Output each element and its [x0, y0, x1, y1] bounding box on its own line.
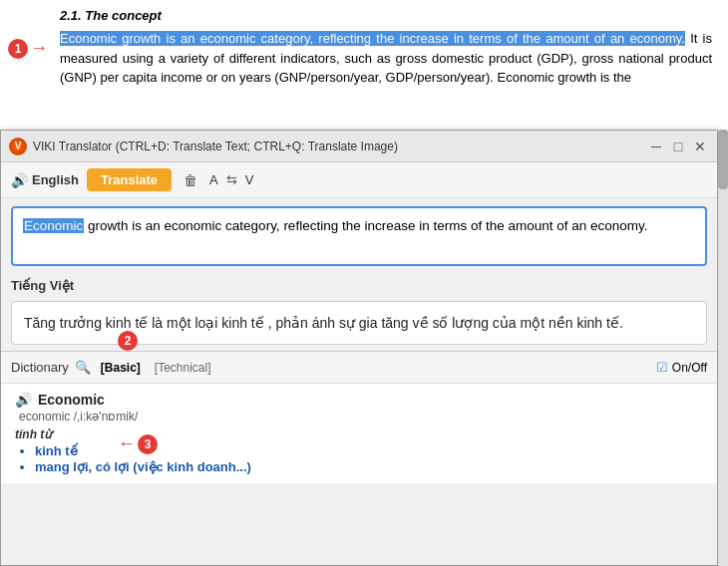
annotation-3: ← 3: [118, 433, 158, 454]
document-title: 2.1. The concept: [60, 8, 712, 23]
dict-headword: Economic: [38, 392, 105, 408]
dict-tab-technical[interactable]: [Technical]: [151, 359, 215, 377]
document-text: Economic growth is an economic category,…: [60, 29, 712, 88]
title-bar: V VIKI Translator (CTRL+D: Translate Tex…: [1, 131, 717, 162]
dictionary-search-icon[interactable]: 🔍: [75, 360, 91, 375]
dict-phonetic: economic /,i:kə'nɒmik/: [19, 410, 703, 424]
dictionary-content: 🔊 Economic economic /,i:kə'nɒmik/ tính t…: [1, 384, 717, 483]
onoff-checkbox-icon[interactable]: ☑: [656, 360, 668, 375]
annotation-number-2: 2: [118, 331, 138, 351]
scrollbar[interactable]: [718, 130, 728, 566]
arrow-left-3: ←: [118, 433, 136, 454]
source-text-box[interactable]: Economic growth is an economic category,…: [11, 206, 707, 266]
source-word-highlighted: Economic: [23, 218, 84, 233]
swap-label: A: [209, 172, 218, 187]
dictionary-label: Dictionary: [11, 360, 69, 375]
dict-word-row: 🔊 Economic: [15, 392, 703, 408]
swap-v-label: V: [245, 172, 254, 187]
target-language-label: Tiếng Việt: [1, 274, 717, 297]
translation-box: Tăng trưởng kinh tế là một loại kinh tế …: [11, 301, 707, 345]
title-bar-left: V VIKI Translator (CTRL+D: Translate Tex…: [9, 138, 398, 155]
annotation-2: 2: [118, 331, 138, 351]
delete-button[interactable]: 🗑: [180, 170, 201, 190]
viki-logo-icon: V: [9, 138, 27, 155]
close-button[interactable]: ✕: [691, 138, 709, 155]
scrollbar-thumb[interactable]: [718, 130, 728, 189]
translator-window: V VIKI Translator (CTRL+D: Translate Tex…: [0, 130, 718, 566]
arrow-right-1: →: [30, 38, 48, 59]
minimize-button[interactable]: ─: [647, 138, 665, 155]
window-title: VIKI Translator (CTRL+D: Translate Text;…: [33, 140, 398, 153]
document-area: 2.1. The concept Economic growth is an e…: [0, 0, 728, 130]
highlighted-text: Economic growth is an economic category,…: [60, 31, 685, 46]
dict-speaker-icon[interactable]: 🔊: [15, 392, 32, 408]
maximize-button[interactable]: □: [669, 138, 687, 155]
swap-arrows-icon: ⇆: [226, 172, 237, 187]
dictionary-toolbar: Dictionary 🔍 [Basic] [Technical] ☑ On/Of…: [1, 352, 717, 384]
speaker-icon: 🔊: [11, 172, 28, 188]
translator-toolbar: 🔊 English Translate 🗑 A ⇆ V: [1, 162, 717, 198]
translation-text: Tăng trưởng kinh tế là một loại kinh tế …: [24, 315, 623, 331]
annotation-number-1: 1: [8, 39, 28, 59]
onoff-label: On/Off: [672, 361, 707, 375]
source-text-rest: growth is an economic category, reflecti…: [84, 218, 647, 233]
dictionary-onoff: ☑ On/Off: [656, 360, 707, 375]
annotation-number-3: 3: [138, 434, 158, 454]
source-lang-text: English: [32, 172, 79, 187]
annotation-1: 1 →: [8, 38, 48, 59]
dictionary-section: Dictionary 🔍 [Basic] [Technical] ☑ On/Of…: [1, 351, 717, 483]
dict-meaning-2: mang lợi, có lợi (việc kinh doanh...): [35, 459, 703, 474]
source-language-label: 🔊 English: [11, 172, 79, 188]
window-controls: ─ □ ✕: [647, 138, 709, 155]
dict-tab-basic[interactable]: [Basic]: [97, 359, 145, 377]
translate-button[interactable]: Translate: [87, 168, 172, 191]
